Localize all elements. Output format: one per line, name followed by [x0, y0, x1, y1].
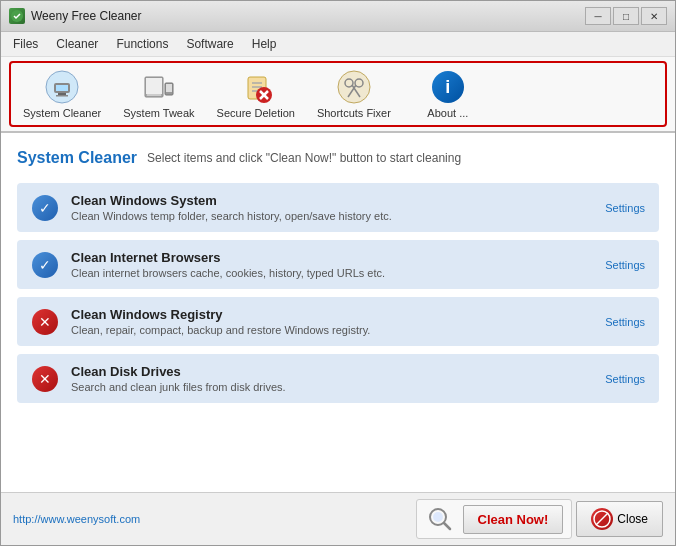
item-title-registry: Clean Windows Registry: [71, 307, 593, 322]
svg-rect-10: [166, 84, 172, 92]
list-item: ✕ Clean Windows Registry Clean, repair, …: [17, 297, 659, 346]
item-text-browsers: Clean Internet Browsers Clean internet b…: [71, 250, 593, 279]
checkmark-circle-icon: ✓: [32, 195, 58, 221]
svg-rect-5: [56, 95, 68, 97]
menu-cleaner[interactable]: Cleaner: [48, 34, 106, 54]
settings-link-browsers[interactable]: Settings: [605, 259, 645, 271]
window-close-button[interactable]: ✕: [641, 7, 667, 25]
section-header: System Cleaner Select items and click "C…: [17, 149, 659, 167]
info-circle-icon: i: [432, 71, 464, 103]
about-label: About ...: [427, 107, 468, 119]
settings-link-windows-system[interactable]: Settings: [605, 202, 645, 214]
footer-buttons: Clean Now! Close: [416, 499, 663, 539]
title-bar-left: Weeny Free Cleaner: [9, 8, 142, 24]
title-bar: Weeny Free Cleaner ─ □ ✕: [1, 1, 675, 32]
item-desc-browsers: Clean internet browsers cache, cookies, …: [71, 267, 593, 279]
system-tweak-icon: [141, 69, 177, 105]
toolbar-outline: System Cleaner System Tweak: [9, 61, 667, 127]
x-icon: ✕: [31, 308, 59, 336]
list-item: ✓ Clean Windows System Clean Windows tem…: [17, 183, 659, 232]
xmark-circle-icon: ✕: [32, 366, 58, 392]
xmark-circle-icon: ✕: [32, 309, 58, 335]
svg-point-25: [433, 512, 443, 522]
svg-rect-3: [56, 85, 68, 91]
item-text-registry: Clean Windows Registry Clean, repair, co…: [71, 307, 593, 336]
main-window: Weeny Free Cleaner ─ □ ✕ Files Cleaner F…: [0, 0, 676, 546]
toolbar-system-cleaner[interactable]: System Cleaner: [13, 65, 111, 123]
close-label: Close: [617, 512, 648, 526]
clean-now-section: Clean Now!: [416, 499, 573, 539]
toolbar-system-tweak[interactable]: System Tweak: [113, 65, 204, 123]
close-button[interactable]: Close: [576, 501, 663, 537]
minimize-button[interactable]: ─: [585, 7, 611, 25]
list-item: ✕ Clean Disk Drives Search and clean jun…: [17, 354, 659, 403]
list-item: ✓ Clean Internet Browsers Clean internet…: [17, 240, 659, 289]
window-controls: ─ □ ✕: [585, 7, 667, 25]
toolbar: System Cleaner System Tweak: [1, 57, 675, 133]
check-icon: ✓: [31, 251, 59, 279]
item-desc-registry: Clean, repair, compact, backup and resto…: [71, 324, 593, 336]
item-title-disk: Clean Disk Drives: [71, 364, 593, 379]
section-subtitle: Select items and click "Clean Now!" butt…: [147, 151, 461, 165]
clean-now-button[interactable]: Clean Now!: [463, 505, 564, 534]
menu-software[interactable]: Software: [178, 34, 241, 54]
item-desc-disk: Search and clean junk files from disk dr…: [71, 381, 593, 393]
item-text-disk: Clean Disk Drives Search and clean junk …: [71, 364, 593, 393]
system-cleaner-label: System Cleaner: [23, 107, 101, 119]
svg-rect-8: [147, 94, 161, 96]
window-title: Weeny Free Cleaner: [31, 9, 142, 23]
item-text-windows-system: Clean Windows System Clean Windows temp …: [71, 193, 593, 222]
menu-files[interactable]: Files: [5, 34, 46, 54]
svg-rect-4: [58, 93, 66, 95]
shortcuts-fixer-icon: [336, 69, 372, 105]
main-content: System Cleaner Select items and click "C…: [1, 133, 675, 492]
settings-link-disk[interactable]: Settings: [605, 373, 645, 385]
item-desc-windows-system: Clean Windows temp folder, search histor…: [71, 210, 593, 222]
item-title-windows-system: Clean Windows System: [71, 193, 593, 208]
no-sign-icon: [591, 508, 613, 530]
svg-rect-7: [146, 78, 162, 94]
shortcuts-fixer-label: Shortcuts Fixer: [317, 107, 391, 119]
check-icon: ✓: [31, 194, 59, 222]
checkmark-circle-icon: ✓: [32, 252, 58, 278]
app-icon: [9, 8, 25, 24]
secure-deletion-icon: [238, 69, 274, 105]
menu-help[interactable]: Help: [244, 34, 285, 54]
section-title-text: System Cleaner: [17, 149, 137, 167]
svg-line-24: [444, 523, 450, 529]
item-title-browsers: Clean Internet Browsers: [71, 250, 593, 265]
system-cleaner-icon: [44, 69, 80, 105]
toolbar-shortcuts-fixer[interactable]: Shortcuts Fixer: [307, 65, 401, 123]
secure-deletion-label: Secure Deletion: [217, 107, 295, 119]
footer: http://www.weenysoft.com Clean Now!: [1, 492, 675, 545]
about-icon: i: [430, 69, 466, 105]
website-link[interactable]: http://www.weenysoft.com: [13, 513, 140, 525]
toolbar-secure-deletion[interactable]: Secure Deletion: [207, 65, 305, 123]
maximize-button[interactable]: □: [613, 7, 639, 25]
x-icon: ✕: [31, 365, 59, 393]
menu-bar: Files Cleaner Functions Software Help: [1, 32, 675, 57]
settings-link-registry[interactable]: Settings: [605, 316, 645, 328]
toolbar-about[interactable]: i About ...: [403, 65, 493, 123]
svg-line-27: [596, 513, 608, 525]
menu-functions[interactable]: Functions: [108, 34, 176, 54]
system-tweak-label: System Tweak: [123, 107, 194, 119]
magnifier-icon: [425, 504, 455, 534]
